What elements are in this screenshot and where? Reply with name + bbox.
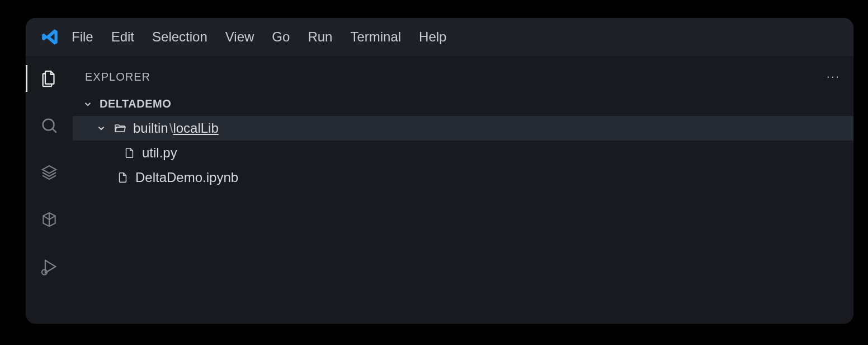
activity-extensions-icon[interactable] — [39, 209, 59, 230]
activity-run-debug-icon[interactable] — [39, 257, 59, 277]
svg-line-1 — [53, 129, 56, 133]
activity-search-icon[interactable] — [39, 115, 59, 136]
file-label: util.py — [142, 145, 177, 161]
title-bar: File Edit Selection View Go Run Terminal… — [26, 18, 853, 56]
menu-run[interactable]: Run — [308, 29, 332, 45]
activity-explorer-icon[interactable] — [39, 68, 59, 88]
tree-file-util[interactable]: util.py — [73, 141, 853, 165]
activity-bar — [26, 56, 73, 324]
svg-point-0 — [43, 119, 54, 130]
tree-file-deltademo[interactable]: DeltaDemo.ipynb — [73, 165, 853, 190]
vscode-window: File Edit Selection View Go Run Terminal… — [26, 18, 853, 324]
menu-selection[interactable]: Selection — [152, 29, 207, 45]
vscode-logo-icon — [32, 27, 68, 46]
folder-open-icon — [113, 122, 128, 135]
folder-prefix: builtin — [133, 120, 168, 136]
explorer-root[interactable]: DELTADEMO — [73, 95, 853, 116]
chevron-down-icon — [82, 99, 94, 109]
file-icon — [115, 171, 130, 184]
explorer-panel: EXPLORER ··· DELTADEMO — [73, 56, 853, 324]
editor-body: EXPLORER ··· DELTADEMO — [26, 56, 853, 324]
folder-name: localLib — [173, 120, 218, 136]
chevron-down-icon — [95, 123, 107, 133]
menu-bar: File Edit Selection View Go Run Terminal… — [68, 29, 446, 45]
menu-go[interactable]: Go — [272, 29, 290, 45]
tree-folder-localLib[interactable]: builtin\localLib — [73, 116, 853, 141]
activity-source-control-icon[interactable] — [39, 162, 59, 183]
explorer-title: EXPLORER — [85, 71, 150, 83]
explorer-header: EXPLORER ··· — [73, 65, 853, 95]
root-folder-label: DELTADEMO — [100, 97, 171, 110]
menu-help[interactable]: Help — [419, 29, 446, 45]
menu-edit[interactable]: Edit — [111, 29, 134, 45]
menu-terminal[interactable]: Terminal — [350, 29, 401, 45]
explorer-more-icon[interactable]: ··· — [827, 69, 840, 84]
file-label: DeltaDemo.ipynb — [135, 170, 238, 185]
folder-label: builtin\localLib — [133, 120, 219, 136]
menu-view[interactable]: View — [225, 29, 254, 45]
file-icon — [122, 147, 136, 159]
menu-file[interactable]: File — [72, 29, 93, 45]
